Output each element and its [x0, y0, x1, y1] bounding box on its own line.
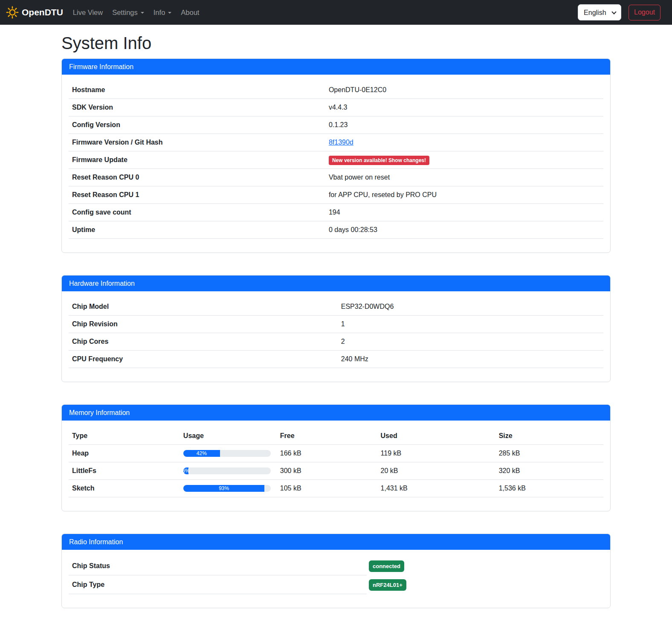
table-row: Chip Model ESP32-D0WDQ6: [69, 298, 603, 316]
table-row: Reset Reason CPU 1 for APP CPU, reseted …: [69, 186, 603, 204]
memory-usage-cell: 6%: [180, 462, 277, 480]
row-label: Uptime: [69, 221, 325, 239]
hardware-table: Chip Model ESP32-D0WDQ6 Chip Revision 1 …: [69, 298, 603, 368]
memory-card-header: Memory Information: [62, 405, 610, 421]
hardware-card-body: Chip Model ESP32-D0WDQ6 Chip Revision 1 …: [62, 291, 610, 382]
progress-bar: 6%: [183, 467, 188, 474]
row-value: nRF24L01+: [367, 576, 406, 594]
row-label: Chip Status: [69, 557, 367, 575]
firmware-card-body: Hostname OpenDTU-0E12C0 SDK Version v4.4…: [62, 75, 610, 253]
row-label: Chip Model: [69, 298, 338, 316]
row-value: 0 days 00:28:53: [325, 221, 603, 239]
brand-link[interactable]: OpenDTU: [6, 6, 63, 19]
row-value: New version available! Show changes!: [325, 151, 603, 169]
chip-type-badge: nRF24L01+: [369, 579, 406, 591]
row-label: Config Version: [69, 116, 325, 134]
table-row: Config save count 194: [69, 204, 603, 221]
memory-free: 166 kB: [277, 445, 377, 462]
progress-bar: 42%: [183, 450, 220, 457]
chevron-down-icon: [168, 12, 171, 14]
memory-size: 285 kB: [495, 445, 603, 462]
row-value: Vbat power on reset: [325, 169, 603, 186]
logout-button[interactable]: Logout: [629, 5, 660, 20]
nav-item-info[interactable]: Info: [149, 5, 177, 20]
chip-status-badge: connected: [369, 560, 404, 572]
table-row: Firmware Update New version available! S…: [69, 151, 603, 169]
column-header-size: Size: [495, 427, 603, 445]
column-header-type: Type: [69, 427, 180, 445]
memory-type: Heap: [69, 445, 180, 462]
memory-used: 20 kB: [377, 462, 495, 480]
navbar: OpenDTU Live View Settings Info About En…: [0, 0, 672, 25]
nav-item-label: Info: [154, 9, 165, 17]
row-value: connected: [367, 557, 404, 575]
column-header-used: Used: [377, 427, 495, 445]
nav-item-about[interactable]: About: [176, 5, 204, 20]
memory-size: 1,536 kB: [495, 480, 603, 497]
nav-item-settings[interactable]: Settings: [107, 5, 149, 20]
row-label: SDK Version: [69, 99, 325, 116]
git-hash-link[interactable]: 8f1390d: [329, 139, 353, 146]
memory-card-body: Type Usage Free Used Size Heap 42%: [62, 421, 610, 511]
row-label: Reset Reason CPU 1: [69, 186, 325, 204]
row-label: Chip Type: [69, 575, 367, 594]
memory-table: Type Usage Free Used Size Heap 42%: [69, 427, 603, 497]
row-label: Hostname: [69, 81, 325, 99]
memory-usage-cell: 93%: [180, 480, 277, 497]
row-value: 240 MHz: [338, 351, 603, 368]
table-row: Heap 42% 166 kB 119 kB 285 kB: [69, 445, 603, 462]
memory-card: Memory Information Type Usage Free Used …: [61, 404, 611, 511]
language-select-wrap: English: [578, 4, 621, 20]
row-value: for APP CPU, reseted by PRO CPU: [325, 186, 603, 204]
nav-links: Live View Settings Info About: [68, 5, 204, 20]
table-row: Chip Status connected: [69, 557, 603, 575]
table-row: Uptime 0 days 00:28:53: [69, 221, 603, 239]
row-value: 1: [338, 316, 603, 333]
firmware-card: Firmware Information Hostname OpenDTU-0E…: [61, 58, 611, 253]
hardware-card: Hardware Information Chip Model ESP32-D0…: [61, 275, 611, 382]
memory-type: LittleFs: [69, 462, 180, 480]
radio-card-header: Radio Information: [62, 534, 610, 550]
nav-item-live-view[interactable]: Live View: [68, 5, 107, 20]
row-value: OpenDTU-0E12C0: [325, 81, 603, 99]
language-select[interactable]: English: [578, 4, 621, 20]
firmware-card-header: Firmware Information: [62, 59, 610, 75]
memory-used: 119 kB: [377, 445, 495, 462]
navbar-right: English Logout: [578, 4, 660, 20]
row-label: Firmware Version / Git Hash: [69, 134, 325, 151]
progress-track: 42%: [183, 450, 271, 457]
row-value: 8f1390d: [325, 134, 603, 151]
column-header-free: Free: [277, 427, 377, 445]
memory-free: 105 kB: [277, 480, 377, 497]
memory-usage-cell: 42%: [180, 445, 277, 462]
table-row: Chip Revision 1: [69, 316, 603, 333]
radio-table: Chip Status connected Chip Type nRF24L01…: [69, 557, 603, 594]
progress-track: 93%: [183, 485, 271, 492]
row-value: 194: [325, 204, 603, 221]
memory-used: 1,431 kB: [377, 480, 495, 497]
table-row: Config Version 0.1.23: [69, 116, 603, 134]
nav-item-label: About: [181, 9, 199, 17]
chevron-down-icon: [141, 12, 144, 14]
table-row: Firmware Version / Git Hash 8f1390d: [69, 134, 603, 151]
table-row: Hostname OpenDTU-0E12C0: [69, 81, 603, 99]
table-row: SDK Version v4.4.3: [69, 99, 603, 116]
row-label: Config save count: [69, 204, 325, 221]
row-value: v4.4.3: [325, 99, 603, 116]
nav-item-label: Settings: [112, 9, 138, 17]
row-label: Chip Cores: [69, 333, 338, 351]
main-container: System Info Firmware Information Hostnam…: [61, 34, 611, 608]
table-row: Reset Reason CPU 0 Vbat power on reset: [69, 169, 603, 186]
firmware-update-badge[interactable]: New version available! Show changes!: [329, 156, 429, 165]
table-header-row: Type Usage Free Used Size: [69, 427, 603, 445]
row-label: Firmware Update: [69, 151, 325, 169]
radio-card: Radio Information Chip Status connected …: [61, 534, 611, 608]
brand-label: OpenDTU: [22, 7, 63, 17]
memory-size: 320 kB: [495, 462, 603, 480]
table-row: Chip Cores 2: [69, 333, 603, 351]
row-label: Chip Revision: [69, 316, 338, 333]
memory-type: Sketch: [69, 480, 180, 497]
row-value: 0.1.23: [325, 116, 603, 134]
table-row: Chip Type nRF24L01+: [69, 575, 603, 594]
nav-item-label: Live View: [73, 9, 103, 17]
